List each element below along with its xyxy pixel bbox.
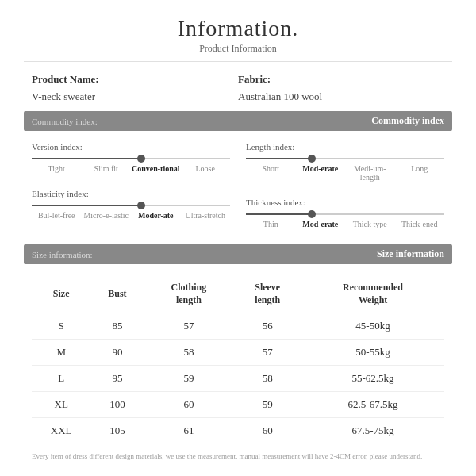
col-bust: Bust (90, 275, 144, 313)
elasticity-track-fill (32, 205, 141, 206)
col-clothing: Clothinglength (144, 275, 234, 313)
cell-sleeve: 58 (233, 366, 301, 392)
table-row: XL 100 60 59 62.5-67.5kg (32, 392, 444, 418)
cell-clothing: 57 (144, 313, 234, 340)
fabric-label: Fabric: (238, 73, 444, 86)
commodity-bar-right: Commodity index (371, 115, 444, 127)
size-table-body: S 85 57 56 45-50kg M 90 58 57 50-55kg L … (32, 313, 444, 444)
cell-weight: 45-50kg (301, 313, 444, 340)
version-opt-2: Conven-tional (131, 164, 181, 173)
length-index-label: Length index: (246, 142, 444, 152)
product-name-value: V-neck sweater (32, 90, 238, 103)
fabric-col: Fabric: Australian 100 wool (238, 73, 444, 103)
length-opt-2: Medi-um-length (345, 164, 395, 182)
cell-size: XL (32, 392, 90, 418)
thickness-track-fill (246, 213, 312, 215)
commodity-bar-left: Commodity index: (32, 117, 98, 126)
cell-bust: 95 (90, 366, 144, 392)
cell-weight: 62.5-67.5kg (301, 392, 444, 418)
table-row: M 90 58 57 50-55kg (32, 340, 444, 366)
version-index-label: Version index: (32, 142, 230, 152)
size-table-header-row: Size Bust Clothinglength Sleevelength Re… (32, 275, 444, 313)
version-options: Tight Slim fit Conven-tional Loose (32, 164, 230, 173)
version-track-thumb (137, 155, 145, 163)
length-options: Short Mod-erate Medi-um-length Long (246, 164, 444, 182)
cell-size: M (32, 340, 90, 366)
cell-clothing: 58 (144, 340, 234, 366)
length-track-line (246, 158, 444, 159)
product-name-col: Product Name: V-neck sweater (32, 73, 238, 103)
size-table: Size Bust Clothinglength Sleevelength Re… (32, 275, 444, 443)
thickness-index-slider: Thin Mod-erate Thick type Thick-ened (246, 213, 444, 228)
product-name-label: Product Name: (32, 73, 238, 86)
cell-clothing: 61 (144, 418, 234, 444)
size-bar-right: Size information (377, 248, 444, 260)
version-opt-1: Slim fit (82, 164, 132, 173)
thickness-opt-1: Mod-erate (296, 220, 346, 228)
header-divider (24, 61, 452, 62)
cell-size: L (32, 366, 90, 392)
commodity-left-col: Version index: Tight Slim fit Conven-tio… (32, 142, 230, 232)
elasticity-opt-3: Ultra-stretch (181, 211, 231, 220)
elasticity-index-label: Elasticity index: (32, 189, 230, 198)
disclaimer: Every item of dress different design mat… (24, 451, 452, 462)
thickness-opt-2: Thick type (345, 220, 395, 228)
thickness-index-label: Thickness index: (246, 198, 444, 207)
length-index-slider: Short Mod-erate Medi-um-length Long (246, 158, 444, 182)
thickness-options: Thin Mod-erate Thick type Thick-ened (246, 220, 444, 228)
version-track-line (32, 158, 230, 159)
table-row: L 95 59 58 55-62.5kg (32, 366, 444, 392)
thickness-opt-3: Thick-ened (395, 220, 445, 228)
elasticity-opt-2: Moder-ate (131, 211, 181, 220)
size-bar-left: Size information: (32, 250, 93, 259)
cell-weight: 67.5-75kg (301, 418, 444, 444)
elasticity-track-thumb (137, 202, 145, 209)
header: Information. Product Information (24, 16, 452, 55)
cell-sleeve: 57 (233, 340, 301, 366)
size-table-head: Size Bust Clothinglength Sleevelength Re… (32, 275, 444, 313)
thickness-track-thumb (308, 210, 316, 218)
cell-bust: 85 (90, 313, 144, 340)
table-row: S 85 57 56 45-50kg (32, 313, 444, 340)
cell-sleeve: 59 (233, 392, 301, 418)
elasticity-opt-1: Micro-e-lastic (82, 211, 132, 220)
length-opt-1: Mod-erate (296, 164, 346, 182)
length-opt-0: Short (246, 164, 296, 182)
commodity-section-bar: Commodity index: Commodity index (24, 111, 452, 131)
cell-size: XXL (32, 418, 90, 444)
length-track-fill (246, 158, 312, 159)
cell-size: S (32, 313, 90, 340)
cell-sleeve: 56 (233, 313, 301, 340)
fabric-value: Australian 100 wool (238, 90, 444, 103)
cell-bust: 100 (90, 392, 144, 418)
cell-clothing: 60 (144, 392, 234, 418)
version-track-fill (32, 158, 141, 159)
version-index-slider: Tight Slim fit Conven-tional Loose (32, 158, 230, 173)
elasticity-index-slider: Bul-let-free Micro-e-lastic Moder-ate Ul… (32, 205, 230, 220)
thickness-track-line (246, 213, 444, 215)
cell-clothing: 59 (144, 366, 234, 392)
product-info-section: Product Name: V-neck sweater Fabric: Aus… (24, 73, 452, 103)
version-opt-0: Tight (32, 164, 82, 173)
page-subtitle: Product Information (24, 43, 452, 55)
cell-weight: 50-55kg (301, 340, 444, 366)
elasticity-opt-0: Bul-let-free (32, 211, 82, 220)
col-sleeve: Sleevelength (233, 275, 301, 313)
cell-sleeve: 60 (233, 418, 301, 444)
length-track-thumb (308, 155, 316, 163)
size-table-wrapper: Size Bust Clothinglength Sleevelength Re… (24, 275, 452, 443)
table-row: XXL 105 61 60 67.5-75kg (32, 418, 444, 444)
cell-bust: 105 (90, 418, 144, 444)
page-title: Information. (24, 16, 452, 41)
commodity-right-col: Length index: Short Mod-erate Medi-um-le… (246, 142, 444, 232)
elasticity-options: Bul-let-free Micro-e-lastic Moder-ate Ul… (32, 211, 230, 220)
thickness-opt-0: Thin (246, 220, 296, 228)
cell-weight: 55-62.5kg (301, 366, 444, 392)
col-size: Size (32, 275, 90, 313)
cell-bust: 90 (90, 340, 144, 366)
version-opt-3: Loose (181, 164, 231, 173)
elasticity-track-line (32, 205, 230, 206)
page-container: Information. Product Information Product… (0, 0, 476, 476)
commodity-grid: Version index: Tight Slim fit Conven-tio… (24, 142, 452, 232)
col-weight: RecommendedWeight (301, 275, 444, 313)
